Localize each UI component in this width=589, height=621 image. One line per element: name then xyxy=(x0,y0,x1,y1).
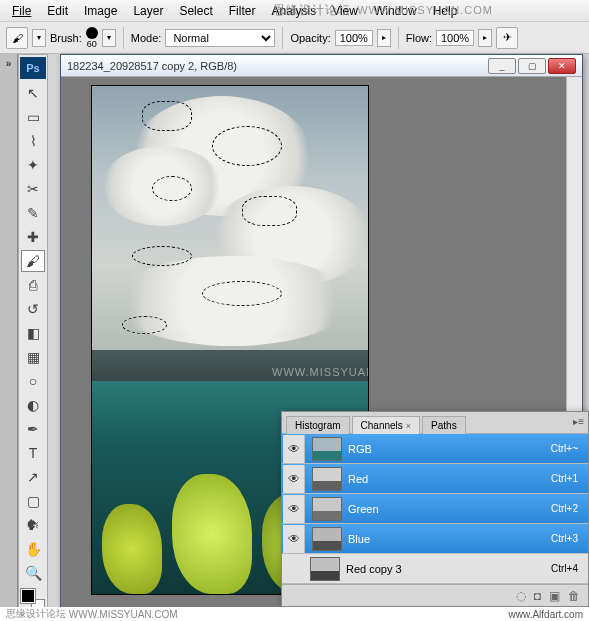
channel-thumbnail xyxy=(310,557,340,581)
lasso-tool[interactable]: ⌇ xyxy=(21,130,45,152)
selection-marquee xyxy=(202,281,282,306)
brush-size-value: 60 xyxy=(87,39,97,49)
selection-marquee xyxy=(242,196,297,226)
brush-dropdown[interactable]: ▾ xyxy=(102,29,116,47)
channel-thumbnail xyxy=(312,497,342,521)
menu-filter[interactable]: Filter xyxy=(221,4,264,18)
tab-channels[interactable]: Channels× xyxy=(352,416,421,434)
blur-tool[interactable]: ○ xyxy=(21,370,45,392)
close-button[interactable]: ✕ xyxy=(548,58,576,74)
separator xyxy=(123,27,124,49)
menu-layer[interactable]: Layer xyxy=(125,4,171,18)
document-titlebar[interactable]: 182234_20928517 copy 2, RGB/8) _ ▢ ✕ xyxy=(61,55,582,77)
move-tool[interactable]: ↖ xyxy=(21,82,45,104)
preset-dropdown[interactable]: ▾ xyxy=(32,29,46,47)
type-tool[interactable]: T xyxy=(21,442,45,464)
workspace: » Ps ↖▭⌇✦✂✎✚🖌⎙↺◧▦○◐✒T↗▢🗣✋🔍 182234_209285… xyxy=(0,54,589,621)
path-tool[interactable]: ↗ xyxy=(21,466,45,488)
channel-shortcut: Ctrl+1 xyxy=(551,473,588,484)
selection-marquee xyxy=(132,246,192,266)
visibility-icon[interactable]: 👁 xyxy=(283,525,305,553)
flow-slider[interactable]: ▸ xyxy=(478,29,492,47)
menu-select[interactable]: Select xyxy=(171,4,220,18)
brush-tool[interactable]: 🖌 xyxy=(21,250,45,272)
tab-histogram[interactable]: Histogram xyxy=(286,416,350,434)
stamp-tool[interactable]: ⎙ xyxy=(21,274,45,296)
notes-tool[interactable]: 🗣 xyxy=(21,514,45,536)
ps-logo-icon: Ps xyxy=(20,57,46,79)
brush-preview[interactable]: 60 xyxy=(86,27,98,49)
document-title: 182234_20928517 copy 2, RGB/8) xyxy=(67,60,237,72)
coral xyxy=(172,474,252,594)
channel-row-red-copy-3[interactable]: Red copy 3Ctrl+4 xyxy=(282,554,588,584)
eraser-tool[interactable]: ◧ xyxy=(21,322,45,344)
coral xyxy=(102,504,162,594)
shape-tool[interactable]: ▢ xyxy=(21,490,45,512)
watermark-top: 思缘设计论坛WWW.MISSYUAN.COM xyxy=(273,2,493,19)
channels-panel: HistogramChannels×Paths▸≡ 👁RGBCtrl+~👁Red… xyxy=(281,411,589,607)
selection-marquee xyxy=(152,176,192,201)
palette-strip[interactable]: » xyxy=(0,54,18,621)
history-brush-tool[interactable]: ↺ xyxy=(21,298,45,320)
selection-marquee xyxy=(142,101,192,131)
options-bar: 🖌 ▾ Brush: 60 ▾ Mode: Normal Opacity: ▸ … xyxy=(0,22,589,54)
channel-name: Blue xyxy=(348,533,551,545)
channel-thumbnail xyxy=(312,437,342,461)
tab-paths[interactable]: Paths xyxy=(422,416,466,434)
visibility-icon[interactable]: 👁 xyxy=(283,435,305,463)
menu-edit[interactable]: Edit xyxy=(39,4,76,18)
canvas-area: 182234_20928517 copy 2, RGB/8) _ ▢ ✕ xyxy=(48,54,589,621)
channel-name: Red copy 3 xyxy=(346,563,551,575)
minimize-button[interactable]: _ xyxy=(488,58,516,74)
channel-name: Green xyxy=(348,503,551,515)
channel-row-green[interactable]: 👁GreenCtrl+2 xyxy=(282,494,588,524)
pen-tool[interactable]: ✒ xyxy=(21,418,45,440)
mode-label: Mode: xyxy=(131,32,162,44)
separator xyxy=(398,27,399,49)
save-selection-icon[interactable]: ◘ xyxy=(534,589,541,603)
panel-menu-icon[interactable]: ▸≡ xyxy=(573,416,584,427)
channel-row-blue[interactable]: 👁BlueCtrl+3 xyxy=(282,524,588,554)
hand-tool[interactable]: ✋ xyxy=(21,538,45,560)
selection-marquee xyxy=(212,126,282,166)
menu-file[interactable]: File xyxy=(4,4,39,18)
channel-row-red[interactable]: 👁RedCtrl+1 xyxy=(282,464,588,494)
eyedropper-tool[interactable]: ✎ xyxy=(21,202,45,224)
brush-dot-icon xyxy=(86,27,98,39)
visibility-icon[interactable]: 👁 xyxy=(283,495,305,523)
visibility-icon[interactable]: 👁 xyxy=(283,465,305,493)
opacity-slider[interactable]: ▸ xyxy=(377,29,391,47)
footer-url: WWW.MISSYUAN.COM xyxy=(69,609,178,620)
flow-input[interactable] xyxy=(436,30,474,46)
footer-alfdart: www.Alfdart.com xyxy=(509,609,583,620)
footer-cn: 思缘设计论坛 xyxy=(6,607,66,621)
delete-channel-icon[interactable]: 🗑 xyxy=(568,589,580,603)
maximize-button[interactable]: ▢ xyxy=(518,58,546,74)
channel-shortcut: Ctrl+4 xyxy=(551,563,588,574)
channel-name: Red xyxy=(348,473,551,485)
channel-row-rgb[interactable]: 👁RGBCtrl+~ xyxy=(282,434,588,464)
gradient-tool[interactable]: ▦ xyxy=(21,346,45,368)
tool-preset-icon[interactable]: 🖌 xyxy=(6,27,28,49)
panel-tabs: HistogramChannels×Paths▸≡ xyxy=(282,412,588,434)
sky-region xyxy=(92,86,368,381)
selection-marquee xyxy=(122,316,167,334)
zoom-tool[interactable]: 🔍 xyxy=(21,562,45,584)
panel-footer: ◌ ◘ ▣ 🗑 xyxy=(282,584,588,606)
brush-label: Brush: xyxy=(50,32,82,44)
new-channel-icon[interactable]: ▣ xyxy=(549,589,560,603)
foreground-color[interactable] xyxy=(21,589,35,603)
dodge-tool[interactable]: ◐ xyxy=(21,394,45,416)
marquee-tool[interactable]: ▭ xyxy=(21,106,45,128)
opacity-input[interactable] xyxy=(335,30,373,46)
separator xyxy=(282,27,283,49)
healing-tool[interactable]: ✚ xyxy=(21,226,45,248)
channel-thumbnail xyxy=(312,527,342,551)
wand-tool[interactable]: ✦ xyxy=(21,154,45,176)
mode-select[interactable]: Normal xyxy=(165,29,275,47)
channel-shortcut: Ctrl+~ xyxy=(551,443,588,454)
load-selection-icon[interactable]: ◌ xyxy=(516,589,526,603)
airbrush-icon[interactable]: ✈ xyxy=(496,27,518,49)
menu-image[interactable]: Image xyxy=(76,4,125,18)
crop-tool[interactable]: ✂ xyxy=(21,178,45,200)
